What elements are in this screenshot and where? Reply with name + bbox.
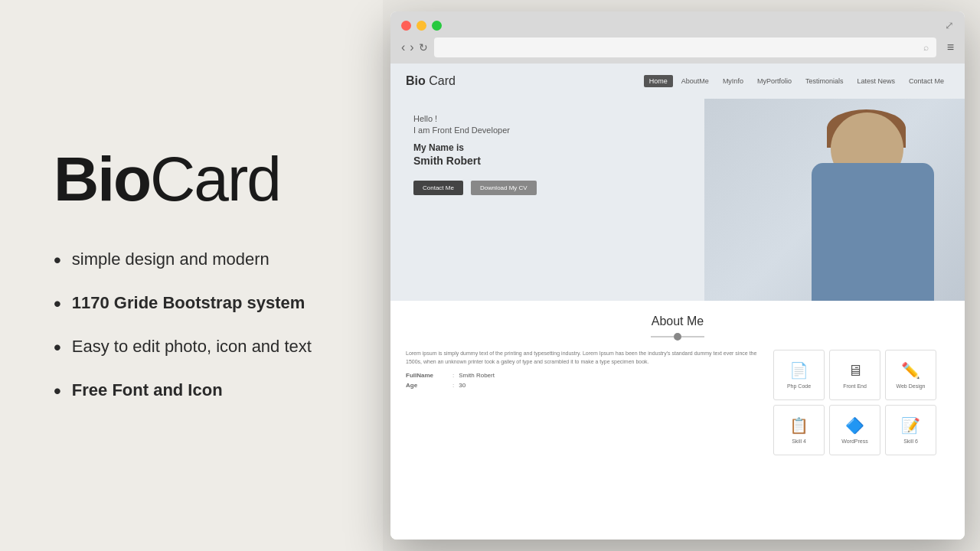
divider-line-right	[681, 336, 704, 337]
feature-text-2: 1170 Gride Bootstrap system	[72, 292, 305, 315]
about-info-row-2: Age : 30	[406, 382, 763, 389]
browser-nav-bar: ‹ › ↻ ⌕ ≡	[401, 37, 954, 57]
nav-aboutme[interactable]: AboutMe	[676, 75, 714, 87]
site-nav-items: Home AboutMe MyInfo MyPortfolio Testimon…	[644, 75, 949, 87]
feature-text-3: Easy to edit photo, icon and text	[72, 336, 312, 358]
bullet-1: •	[54, 249, 61, 272]
hero-photo	[704, 99, 965, 301]
refresh-button[interactable]: ↻	[419, 41, 428, 54]
info-value-fullname: Smith Robert	[459, 372, 495, 379]
nav-contact[interactable]: Contact Me	[903, 75, 949, 87]
about-paragraph: Lorem ipsum is simply dummy text of the …	[406, 350, 763, 366]
about-text-col: Lorem ipsum is simply dummy text of the …	[406, 350, 763, 455]
about-section: About Me Lorem ipsum is simply dummy tex…	[390, 301, 965, 540]
contact-me-button[interactable]: Contact Me	[413, 181, 463, 195]
nav-portfolio[interactable]: MyPortfolio	[752, 75, 797, 87]
browser-dots	[401, 21, 442, 31]
resize-icon: ⤢	[945, 19, 954, 31]
hero-section: Bio Card Home AboutMe MyInfo MyPortfolio…	[390, 64, 965, 301]
skill-icon-3: ✏️	[901, 361, 920, 380]
feature-text-1: simple design and modern	[72, 249, 270, 271]
person-body	[812, 163, 934, 301]
site-navbar: Bio Card Home AboutMe MyInfo MyPortfolio…	[390, 64, 965, 99]
hero-body: Hello ! I am Front End Developer My Name…	[390, 99, 965, 301]
hero-text: Hello ! I am Front End Developer My Name…	[390, 99, 537, 301]
site-logo: Bio Card	[406, 74, 456, 88]
skill-label-1: Php Code	[787, 383, 811, 389]
right-panel: ⤢ ‹ › ↻ ⌕ ≡	[383, 0, 980, 551]
skill-label-6: Skill 6	[903, 439, 918, 444]
dot-red[interactable]	[401, 21, 411, 31]
about-info-row-1: FullName : Smith Robert	[406, 372, 763, 379]
nav-testimonials[interactable]: Testimonials	[800, 75, 849, 87]
title-block: BioCard	[54, 148, 337, 210]
bullet-4: •	[54, 380, 61, 403]
hero-role: I am Front End Developer	[413, 126, 537, 135]
skill-icon-1: 📄	[789, 361, 808, 380]
address-bar[interactable]: ⌕	[434, 37, 936, 57]
info-label-fullname: FullName	[406, 372, 448, 379]
feature-item-4: • Free Font and Icon	[54, 380, 337, 403]
skill-card-6: 📝 Skill 6	[885, 405, 936, 455]
info-label-age: Age	[406, 382, 448, 389]
nav-myinfo[interactable]: MyInfo	[717, 75, 749, 87]
search-icon: ⌕	[923, 42, 929, 53]
nav-latest-news[interactable]: Latest News	[851, 75, 900, 87]
info-value-age: 30	[459, 382, 466, 389]
skill-card-1: 📄 Php Code	[773, 350, 825, 400]
bullet-2: •	[54, 292, 61, 316]
about-divider	[406, 333, 949, 341]
browser-menu-icon[interactable]: ≡	[942, 41, 954, 54]
feature-item-3: • Easy to edit photo, icon and text	[54, 336, 337, 360]
title-bold: Bio	[54, 144, 150, 214]
skill-label-3: Web Design	[896, 383, 925, 389]
feature-item-1: • simple design and modern	[54, 249, 337, 272]
info-sep-1: :	[452, 372, 454, 379]
left-panel: BioCard • simple design and modern • 117…	[0, 0, 383, 551]
skill-card-5: 🔷 WordPress	[829, 405, 880, 455]
skill-card-4: 📋 Skill 4	[773, 405, 825, 455]
site-logo-bold: Bio	[406, 74, 426, 87]
nav-arrows: ‹ › ↻	[401, 41, 428, 54]
divider-line-left	[651, 336, 674, 337]
info-sep-2: :	[452, 382, 454, 389]
forward-button[interactable]: ›	[410, 41, 413, 54]
about-body: Lorem ipsum is simply dummy text of the …	[406, 350, 949, 455]
hero-buttons: Contact Me Download My CV	[413, 181, 537, 195]
skill-icon-6: 📝	[901, 416, 920, 435]
site-logo-light: Card	[429, 74, 456, 87]
back-button[interactable]: ‹	[401, 41, 405, 54]
main-container: BioCard • simple design and modern • 117…	[0, 0, 980, 551]
skills-col: 📄 Php Code 🖥 Front End ✏️ Web Design	[773, 350, 949, 455]
features-list: • simple design and modern • 1170 Gride …	[54, 249, 337, 403]
nav-home[interactable]: Home	[644, 75, 673, 87]
about-title: About Me	[406, 315, 949, 328]
dot-yellow[interactable]	[416, 21, 426, 31]
feature-text-4: Free Font and Icon	[72, 380, 223, 402]
skill-icon-2: 🖥	[848, 362, 863, 380]
title-light: Card	[150, 144, 280, 214]
skill-icon-4: 📋	[789, 416, 808, 435]
skill-label-4: Skill 4	[792, 439, 806, 444]
website-content: Bio Card Home AboutMe MyInfo MyPortfolio…	[390, 64, 965, 540]
hero-name: Smith Robert	[413, 155, 537, 167]
skill-label-5: WordPress	[841, 439, 868, 444]
download-cv-button[interactable]: Download My CV	[471, 181, 537, 195]
browser-window: ⤢ ‹ › ↻ ⌕ ≡	[390, 11, 965, 540]
hero-person-bg	[704, 99, 965, 301]
bullet-3: •	[54, 336, 61, 360]
dot-green[interactable]	[432, 21, 442, 31]
skill-icon-5: 🔷	[845, 416, 864, 435]
skill-card-2: 🖥 Front End	[829, 350, 880, 400]
hero-name-intro: My Name is	[413, 142, 537, 153]
browser-top-bar: ⤢	[401, 19, 954, 31]
about-header: About Me	[406, 315, 949, 341]
divider-dot	[674, 333, 681, 341]
browser-chrome: ⤢ ‹ › ↻ ⌕ ≡	[390, 11, 965, 64]
skill-card-3: ✏️ Web Design	[885, 350, 936, 400]
skill-label-2: Front End	[843, 383, 867, 389]
hero-hello: Hello !	[413, 114, 537, 123]
feature-item-2: • 1170 Gride Bootstrap system	[54, 292, 337, 316]
